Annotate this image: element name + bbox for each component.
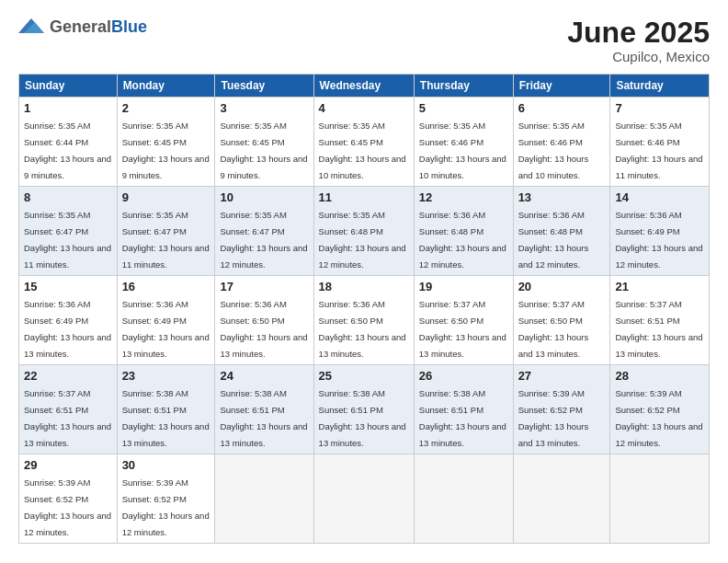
day-info: Sunrise: 5:38 AMSunset: 6:51 PMDaylight:… [419,388,506,448]
day-number: 17 [220,280,308,293]
table-row: 23 Sunrise: 5:38 AMSunset: 6:51 PMDaylig… [117,365,215,454]
day-info: Sunrise: 5:37 AMSunset: 6:50 PMDaylight:… [518,299,589,359]
day-info: Sunrise: 5:35 AMSunset: 6:47 PMDaylight:… [220,210,307,270]
day-number: 2 [122,101,210,115]
day-info: Sunrise: 5:37 AMSunset: 6:51 PMDaylight:… [615,299,702,359]
day-number: 9 [122,190,210,204]
day-info: Sunrise: 5:38 AMSunset: 6:51 PMDaylight:… [319,388,406,448]
day-number: 23 [122,369,210,383]
day-number: 22 [24,369,112,383]
table-row [610,454,710,544]
day-number: 12 [419,190,508,204]
day-info: Sunrise: 5:35 AMSunset: 6:46 PMDaylight:… [518,121,589,180]
table-row: 29 Sunrise: 5:39 AMSunset: 6:52 PMDaylig… [19,454,118,544]
day-number: 26 [419,369,508,383]
day-number: 4 [319,101,409,115]
day-number: 21 [615,280,704,293]
day-info: Sunrise: 5:35 AMSunset: 6:44 PMDaylight:… [24,121,111,180]
header-thursday: Thursday [414,75,513,98]
table-row: 24 Sunrise: 5:38 AMSunset: 6:51 PMDaylig… [215,365,313,454]
table-row: 2 Sunrise: 5:35 AMSunset: 6:45 PMDayligh… [117,98,215,187]
day-number: 8 [24,190,112,204]
table-row: 15 Sunrise: 5:36 AMSunset: 6:49 PMDaylig… [19,276,118,365]
calendar-week-row: 29 Sunrise: 5:39 AMSunset: 6:52 PMDaylig… [19,454,710,544]
day-number: 16 [122,280,210,293]
day-info: Sunrise: 5:36 AMSunset: 6:49 PMDaylight:… [24,299,111,359]
day-info: Sunrise: 5:39 AMSunset: 6:52 PMDaylight:… [24,477,111,537]
table-row [414,454,513,544]
day-info: Sunrise: 5:39 AMSunset: 6:52 PMDaylight:… [518,388,589,448]
table-row: 7 Sunrise: 5:35 AMSunset: 6:46 PMDayligh… [610,98,710,187]
day-info: Sunrise: 5:39 AMSunset: 6:52 PMDaylight:… [122,477,210,537]
day-number: 15 [24,280,112,293]
title-block: June 2025 Cupilco, Mexico [567,17,710,64]
table-row: 8 Sunrise: 5:35 AMSunset: 6:47 PMDayligh… [19,187,118,276]
day-number: 24 [220,369,308,383]
calendar-table: Sunday Monday Tuesday Wednesday Thursday… [18,74,710,544]
day-info: Sunrise: 5:37 AMSunset: 6:51 PMDaylight:… [24,388,111,448]
table-row: 3 Sunrise: 5:35 AMSunset: 6:45 PMDayligh… [215,98,313,187]
day-number: 10 [220,190,308,204]
table-row: 12 Sunrise: 5:36 AMSunset: 6:48 PMDaylig… [414,187,513,276]
day-number: 5 [419,101,508,115]
table-row: 1 Sunrise: 5:35 AMSunset: 6:44 PMDayligh… [19,98,118,187]
day-info: Sunrise: 5:35 AMSunset: 6:45 PMDaylight:… [319,121,406,180]
day-info: Sunrise: 5:35 AMSunset: 6:46 PMDaylight:… [615,121,702,180]
day-info: Sunrise: 5:35 AMSunset: 6:45 PMDaylight:… [122,121,210,180]
day-info: Sunrise: 5:38 AMSunset: 6:51 PMDaylight:… [122,388,210,448]
table-row: 17 Sunrise: 5:36 AMSunset: 6:50 PMDaylig… [215,276,313,365]
day-info: Sunrise: 5:37 AMSunset: 6:50 PMDaylight:… [419,299,506,359]
day-number: 19 [419,280,508,293]
header-tuesday: Tuesday [215,75,313,98]
day-number: 27 [518,369,606,383]
day-info: Sunrise: 5:39 AMSunset: 6:52 PMDaylight:… [615,388,702,448]
table-row [513,454,610,544]
day-number: 25 [319,369,409,383]
table-row: 4 Sunrise: 5:35 AMSunset: 6:45 PMDayligh… [313,98,414,187]
day-info: Sunrise: 5:36 AMSunset: 6:48 PMDaylight:… [518,210,589,270]
day-number: 28 [615,369,704,383]
day-number: 14 [615,190,704,204]
day-number: 3 [220,101,308,115]
calendar-header-row: Sunday Monday Tuesday Wednesday Thursday… [19,75,710,98]
table-row: 25 Sunrise: 5:38 AMSunset: 6:51 PMDaylig… [313,365,414,454]
table-row: 21 Sunrise: 5:37 AMSunset: 6:51 PMDaylig… [610,276,710,365]
day-info: Sunrise: 5:35 AMSunset: 6:46 PMDaylight:… [419,121,506,180]
calendar-week-row: 15 Sunrise: 5:36 AMSunset: 6:49 PMDaylig… [19,276,710,365]
day-number: 13 [518,190,606,204]
table-row: 13 Sunrise: 5:36 AMSunset: 6:48 PMDaylig… [513,187,610,276]
logo-general: General [50,17,111,36]
header: GeneralBlue June 2025 Cupilco, Mexico [18,17,710,64]
table-row: 22 Sunrise: 5:37 AMSunset: 6:51 PMDaylig… [19,365,118,454]
table-row: 10 Sunrise: 5:35 AMSunset: 6:47 PMDaylig… [215,187,313,276]
table-row: 5 Sunrise: 5:35 AMSunset: 6:46 PMDayligh… [414,98,513,187]
day-info: Sunrise: 5:36 AMSunset: 6:49 PMDaylight:… [122,299,210,359]
table-row: 14 Sunrise: 5:36 AMSunset: 6:49 PMDaylig… [610,187,710,276]
table-row: 6 Sunrise: 5:35 AMSunset: 6:46 PMDayligh… [513,98,610,187]
table-row: 30 Sunrise: 5:39 AMSunset: 6:52 PMDaylig… [117,454,215,544]
calendar-week-row: 22 Sunrise: 5:37 AMSunset: 6:51 PMDaylig… [19,365,710,454]
day-number: 6 [518,101,606,115]
day-number: 7 [615,101,704,115]
table-row: 28 Sunrise: 5:39 AMSunset: 6:52 PMDaylig… [610,365,710,454]
header-sunday: Sunday [19,75,118,98]
day-info: Sunrise: 5:35 AMSunset: 6:45 PMDaylight:… [220,121,307,180]
table-row: 9 Sunrise: 5:35 AMSunset: 6:47 PMDayligh… [117,187,215,276]
header-saturday: Saturday [610,75,710,98]
day-info: Sunrise: 5:36 AMSunset: 6:50 PMDaylight:… [220,299,307,359]
table-row: 18 Sunrise: 5:36 AMSunset: 6:50 PMDaylig… [313,276,414,365]
day-number: 11 [319,190,409,204]
day-number: 20 [518,280,606,293]
calendar-week-row: 1 Sunrise: 5:35 AMSunset: 6:44 PMDayligh… [19,98,710,187]
day-info: Sunrise: 5:38 AMSunset: 6:51 PMDaylight:… [220,388,307,448]
day-number: 1 [24,101,112,115]
table-row: 19 Sunrise: 5:37 AMSunset: 6:50 PMDaylig… [414,276,513,365]
header-friday: Friday [513,75,610,98]
logo-icon [18,17,44,37]
day-number: 29 [24,458,112,472]
page: GeneralBlue June 2025 Cupilco, Mexico Su… [0,0,728,563]
table-row [215,454,313,544]
calendar-week-row: 8 Sunrise: 5:35 AMSunset: 6:47 PMDayligh… [19,187,710,276]
day-number: 30 [122,458,210,472]
day-info: Sunrise: 5:35 AMSunset: 6:48 PMDaylight:… [319,210,406,270]
